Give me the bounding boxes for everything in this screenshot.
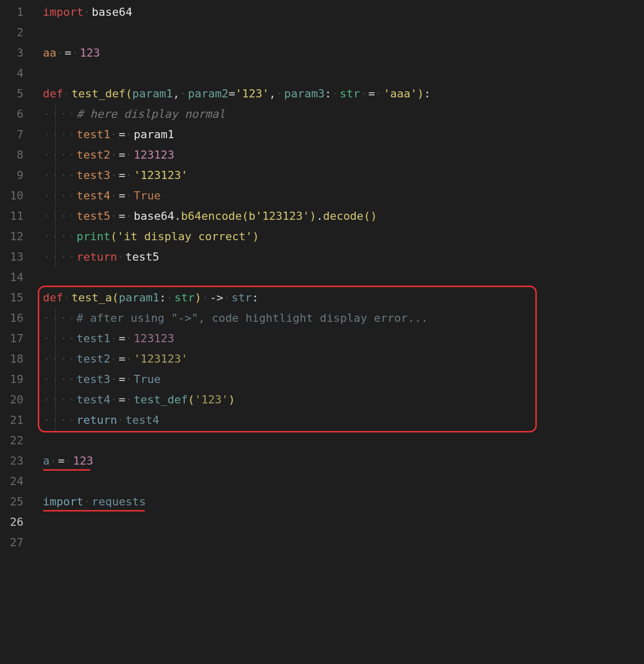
line-number: 19 [0, 369, 23, 390]
line-number: 8 [0, 145, 23, 165]
token-op: = [118, 332, 125, 345]
token-ws: · [83, 6, 91, 18]
token-op: = [58, 454, 65, 467]
line-number: 2 [0, 22, 23, 43]
line-number: 4 [0, 63, 23, 84]
token-ws: · [180, 87, 188, 100]
token-name: test5 [126, 250, 159, 263]
token-var: test5 [77, 210, 110, 222]
token-punc: ( [112, 291, 118, 304]
token-op: = [118, 128, 125, 141]
token-type: str [340, 87, 360, 100]
token-punc2: , [269, 87, 276, 100]
code-line[interactable]: ····test2·=·123123 [43, 145, 644, 165]
code-line[interactable]: aa·=·123 [43, 43, 644, 63]
code-line[interactable]: ····test2·=·'123123' [43, 349, 644, 369]
token-punc2: . [316, 210, 323, 222]
token-punc2: : [252, 291, 258, 304]
line-number: 21 [0, 410, 23, 430]
code-editor[interactable]: 1234567891011121314151617181920212223242… [0, 0, 644, 664]
code-line[interactable]: ····test3·=·'123123' [43, 165, 644, 186]
code-line[interactable]: ····test1·=·123123 [43, 328, 644, 349]
token-ws: ···· [43, 312, 77, 324]
token-ws: · [360, 87, 368, 100]
token-punc2: : [424, 87, 431, 100]
token-ws: · [166, 291, 174, 304]
code-line[interactable] [43, 512, 644, 532]
line-number: 1 [0, 2, 23, 22]
line-number: 12 [0, 226, 23, 247]
token-ws: · [110, 210, 118, 222]
token-punc: ) [370, 210, 377, 222]
code-line[interactable]: def·test_def(param1,·param2='123',·param… [43, 84, 644, 104]
code-line[interactable] [43, 471, 644, 492]
token-ws: · [49, 454, 58, 467]
token-kw: return [77, 250, 117, 263]
token-ws: · [126, 210, 134, 222]
token-ws: ···· [43, 108, 77, 120]
code-line[interactable]: import·base64 [43, 2, 644, 22]
code-line[interactable]: import·requests [43, 492, 644, 512]
code-line[interactable]: ····test5·=·base64.b64encode(b'123123').… [43, 206, 644, 226]
line-number: 24 [0, 471, 23, 492]
token-op: = [65, 46, 71, 59]
code-line[interactable] [43, 267, 644, 288]
token-op: = [118, 393, 125, 406]
token-punc: ) [228, 393, 235, 406]
code-line[interactable] [43, 22, 644, 43]
line-number: 27 [0, 532, 23, 553]
token-ws: · [126, 169, 134, 182]
code-content[interactable]: import·base64aa·=·123def·test_def(param1… [31, 2, 644, 664]
token-ws: · [110, 148, 118, 161]
token-ws: · [126, 352, 134, 365]
code-line[interactable]: ····# after using "->", code hightlight … [43, 308, 644, 328]
token-ws: · [63, 87, 71, 100]
token-ws: · [276, 87, 284, 100]
token-punc2: . [174, 210, 181, 222]
token-param: param1 [119, 291, 159, 304]
token-kw2: return [77, 414, 117, 426]
token-fn: b64encode [181, 210, 242, 222]
token-punc2: : [325, 87, 331, 100]
token-punc: ) [309, 210, 316, 222]
code-line[interactable] [43, 532, 644, 553]
token-ws: · [117, 250, 125, 263]
code-line[interactable] [43, 63, 644, 84]
token-varm: test4 [126, 414, 159, 426]
token-ws: · [375, 87, 383, 100]
line-number: 17 [0, 328, 23, 349]
code-line[interactable]: ····test1·=·param1 [43, 124, 644, 145]
token-fn: test_def [71, 87, 126, 100]
token-op: = [118, 169, 125, 182]
token-ws: · [110, 393, 118, 406]
code-line[interactable] [43, 430, 644, 451]
code-line[interactable]: ····return·test5 [43, 247, 644, 267]
line-number: 16 [0, 308, 23, 328]
line-number: 22 [0, 430, 23, 451]
code-line[interactable]: ····test3·=·True [43, 369, 644, 390]
token-name: param1 [134, 128, 174, 141]
code-line[interactable]: ····# here dislplay normal [43, 104, 644, 124]
token-var: test2 [77, 148, 110, 161]
token-ws: · [202, 291, 210, 304]
token-ws: · [110, 373, 118, 386]
token-fn2: print [77, 230, 110, 243]
code-line[interactable]: a·=·123 [43, 451, 644, 471]
token-ws: ···· [43, 393, 77, 406]
code-line[interactable]: def·test_a(param1:·str)·->·str: [43, 288, 644, 308]
token-com: # here dislplay normal [77, 108, 225, 120]
line-number: 7 [0, 124, 23, 145]
token-ws: · [126, 332, 134, 345]
code-line[interactable]: ····return·test4 [43, 410, 644, 430]
token-nume: 123123 [134, 332, 174, 345]
token-ws: · [65, 454, 73, 467]
line-number: 18 [0, 349, 23, 369]
code-line[interactable]: ····print('it display correct') [43, 226, 644, 247]
token-str: '123' [235, 87, 269, 100]
token-ws: · [223, 291, 231, 304]
token-num: 123123 [134, 148, 174, 161]
code-line[interactable]: ····test4·=·test_def('123') [43, 390, 644, 410]
code-line[interactable]: ····test4·=·True [43, 186, 644, 206]
token-ws: · [331, 87, 339, 100]
line-number: 9 [0, 165, 23, 186]
